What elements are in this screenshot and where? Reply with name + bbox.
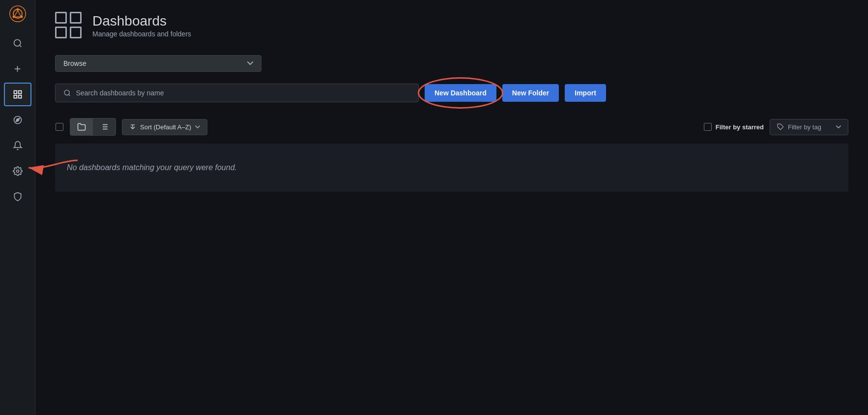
- page-header: Dashboards Manage dashboards and folders: [55, 12, 848, 39]
- sidebar-item-explore[interactable]: [4, 108, 31, 132]
- empty-state-message: No dashboards matching your query were f…: [67, 163, 837, 172]
- filter-starred-group: Filter by starred: [704, 123, 764, 131]
- svg-marker-15: [16, 118, 19, 121]
- icon-square-bl: [55, 27, 67, 38]
- search-icon: [63, 89, 71, 97]
- list-view-button[interactable]: [93, 119, 116, 135]
- bell-icon: [13, 141, 23, 150]
- gear-icon: [13, 166, 23, 176]
- plus-icon: +: [14, 62, 21, 76]
- chevron-down-icon: [247, 61, 253, 65]
- page-title: Dashboards: [92, 13, 191, 29]
- sidebar-item-add[interactable]: +: [4, 57, 31, 81]
- sidebar-item-alerting[interactable]: [4, 134, 31, 157]
- new-dashboard-wrapper: New Dashboard: [425, 84, 496, 102]
- svg-point-2: [16, 8, 19, 11]
- icon-square-tr: [70, 12, 82, 24]
- starred-checkbox[interactable]: [704, 123, 712, 131]
- folder-view-button[interactable]: [70, 119, 93, 135]
- sort-chevron-icon: [195, 125, 200, 129]
- search-input[interactable]: [76, 89, 410, 97]
- search-icon: [13, 38, 23, 48]
- svg-point-16: [16, 170, 19, 173]
- sort-label: Sort (Default A–Z): [140, 123, 191, 131]
- folder-icon: [77, 122, 86, 131]
- icon-square-br: [70, 27, 82, 38]
- new-folder-button[interactable]: New Folder: [502, 84, 559, 102]
- svg-point-8: [14, 40, 20, 46]
- browse-label: Browse: [63, 59, 87, 67]
- empty-state: No dashboards matching your query were f…: [55, 144, 848, 192]
- app-logo[interactable]: [0, 0, 35, 28]
- svg-rect-10: [14, 91, 17, 94]
- filter-tag-label: Filter by tag: [788, 123, 821, 131]
- page-subtitle: Manage dashboards and folders: [92, 30, 191, 38]
- svg-point-18: [64, 90, 69, 95]
- select-all-checkbox[interactable]: [56, 123, 63, 131]
- svg-point-0: [9, 6, 25, 22]
- tag-chevron-icon: [836, 125, 841, 129]
- search-box[interactable]: [55, 84, 419, 102]
- svg-rect-12: [18, 95, 21, 98]
- new-dashboard-button[interactable]: New Dashboard: [425, 84, 496, 102]
- sidebar-item-dashboards[interactable]: [4, 83, 31, 106]
- import-button[interactable]: Import: [565, 84, 606, 102]
- filter-starred-label: Filter by starred: [716, 123, 764, 131]
- filter-tag-dropdown[interactable]: Filter by tag: [770, 119, 848, 135]
- svg-line-9: [19, 45, 21, 47]
- toolbar-row: New Dashboard New Folder Import: [55, 84, 848, 102]
- svg-line-19: [69, 94, 70, 96]
- dashboards-icon: [13, 89, 23, 99]
- dashboards-page-icon: [55, 12, 83, 39]
- compass-icon: [13, 115, 23, 125]
- sort-icon: [129, 123, 136, 130]
- view-toggle: [70, 118, 116, 136]
- page-header-text: Dashboards Manage dashboards and folders: [92, 13, 191, 38]
- shield-icon: [13, 192, 23, 202]
- svg-rect-13: [14, 95, 17, 98]
- select-all-checkbox-wrap[interactable]: [55, 122, 64, 131]
- sidebar-item-shield[interactable]: [4, 185, 31, 208]
- grafana-icon: [9, 5, 27, 23]
- icon-square-tl: [55, 12, 67, 24]
- browse-dropdown[interactable]: Browse: [55, 55, 261, 72]
- tag-icon: [777, 123, 784, 130]
- sidebar: +: [0, 0, 35, 415]
- sidebar-item-search[interactable]: [4, 31, 31, 55]
- main-content: Dashboards Manage dashboards and folders…: [35, 0, 868, 415]
- filter-row: Sort (Default A–Z) Filter by starred Fil…: [55, 112, 848, 142]
- svg-rect-11: [18, 91, 21, 94]
- sort-dropdown[interactable]: Sort (Default A–Z): [122, 119, 207, 135]
- list-icon: [100, 122, 109, 131]
- sidebar-item-settings[interactable]: [4, 159, 31, 183]
